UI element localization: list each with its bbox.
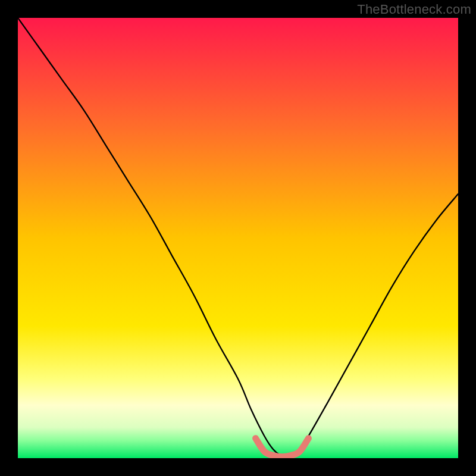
chart-container: TheBottleneck.com (0, 0, 476, 476)
chart-svg (18, 18, 458, 458)
watermark-text: TheBottleneck.com (357, 2, 471, 17)
gradient-background (18, 18, 458, 458)
plot-area (18, 18, 458, 458)
